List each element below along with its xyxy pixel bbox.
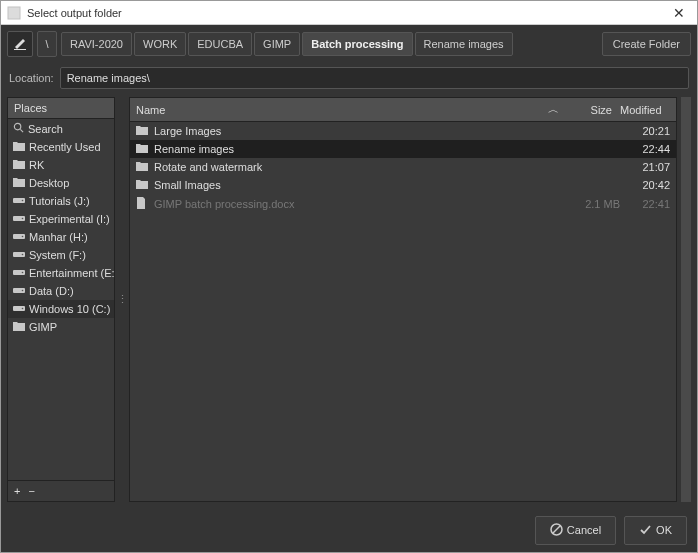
toolbar: \ RAVI-2020WORKEDUCBAGIMPBatch processin… — [1, 25, 697, 63]
window-title: Select output folder — [27, 7, 667, 19]
folder-icon — [13, 141, 25, 153]
breadcrumb-segment[interactable]: RAVI-2020 — [61, 32, 132, 56]
sort-indicator-icon[interactable]: ︿ — [544, 102, 562, 117]
drive-icon — [13, 213, 25, 225]
svg-line-19 — [553, 526, 560, 533]
breadcrumb: RAVI-2020WORKEDUCBAGIMPBatch processingR… — [61, 32, 513, 56]
file-row[interactable]: Large Images20:21 — [130, 122, 676, 140]
places-list: SearchRecently UsedRKDesktopTutorials (J… — [8, 119, 114, 480]
places-item-label: Windows 10 (C:) — [29, 303, 110, 315]
file-modified: 20:42 — [620, 179, 670, 191]
places-item-label: Entertainment (E:) — [29, 267, 114, 279]
files-list: Large Images20:21Rename images22:44Rotat… — [130, 122, 676, 501]
places-item[interactable]: Tutorials (J:) — [8, 192, 114, 210]
folder-icon — [13, 321, 25, 333]
search-icon — [13, 122, 24, 135]
drive-icon — [13, 249, 25, 261]
breadcrumb-segment[interactable]: GIMP — [254, 32, 300, 56]
location-label: Location: — [9, 72, 54, 84]
document-icon — [136, 197, 146, 211]
file-modified: 22:41 — [620, 198, 670, 210]
places-item-label: Desktop — [29, 177, 69, 189]
places-item-label: RK — [29, 159, 44, 171]
breadcrumb-segment[interactable]: EDUCBA — [188, 32, 252, 56]
folder-icon — [136, 179, 148, 191]
places-footer: + − — [8, 480, 114, 501]
places-item[interactable]: Search — [8, 119, 114, 138]
file-row[interactable]: Rotate and watermark21:07 — [130, 158, 676, 176]
pane-drag-handle[interactable]: ⋮ — [119, 97, 125, 502]
split-pane: Places SearchRecently UsedRKDesktopTutor… — [1, 97, 697, 508]
places-item[interactable]: Manhar (H:) — [8, 228, 114, 246]
places-add-button[interactable]: + — [14, 485, 20, 497]
places-item[interactable]: Entertainment (E:) — [8, 264, 114, 282]
file-name: GIMP batch processing.docx — [154, 198, 570, 210]
drive-icon — [13, 195, 25, 207]
places-panel: Places SearchRecently UsedRKDesktopTutor… — [7, 97, 115, 502]
files-scrollbar[interactable] — [681, 97, 691, 502]
col-size-header[interactable]: Size — [562, 104, 612, 116]
places-item[interactable]: Experimental (I:) — [8, 210, 114, 228]
app-icon — [7, 6, 21, 20]
titlebar: Select output folder ✕ — [1, 1, 697, 25]
drive-icon — [13, 303, 25, 315]
svg-point-11 — [22, 254, 24, 256]
places-item-label: System (F:) — [29, 249, 86, 261]
places-item[interactable]: Recently Used — [8, 138, 114, 156]
file-name: Small Images — [154, 179, 570, 191]
places-item[interactable]: Data (D:) — [8, 282, 114, 300]
svg-point-9 — [22, 236, 24, 238]
location-input[interactable] — [60, 67, 689, 89]
places-item-label: Manhar (H:) — [29, 231, 88, 243]
file-modified: 20:21 — [620, 125, 670, 137]
places-item-label: Data (D:) — [29, 285, 74, 297]
places-remove-button[interactable]: − — [28, 485, 34, 497]
places-item[interactable]: Windows 10 (C:) — [8, 300, 114, 318]
cancel-icon — [550, 523, 563, 538]
files-header: Name ︿ Size Modified — [130, 98, 676, 122]
ok-button[interactable]: OK — [624, 516, 687, 545]
places-item-label: Experimental (I:) — [29, 213, 110, 225]
drive-icon — [13, 267, 25, 279]
svg-point-17 — [22, 308, 24, 310]
places-item[interactable]: RK — [8, 156, 114, 174]
folder-icon — [13, 177, 25, 189]
svg-rect-0 — [8, 7, 20, 19]
svg-rect-1 — [14, 49, 26, 50]
folder-icon — [136, 143, 148, 155]
places-item[interactable]: Desktop — [8, 174, 114, 192]
breadcrumb-segment[interactable]: Rename images — [415, 32, 513, 56]
file-name: Rename images — [154, 143, 570, 155]
file-row: GIMP batch processing.docx2.1 MB22:41 — [130, 194, 676, 214]
file-name: Large Images — [154, 125, 570, 137]
col-modified-header[interactable]: Modified — [612, 104, 670, 116]
drive-icon — [13, 231, 25, 243]
write-path-toggle[interactable] — [7, 31, 33, 57]
dialog-content: \ RAVI-2020WORKEDUCBAGIMPBatch processin… — [1, 25, 697, 552]
close-icon[interactable]: ✕ — [667, 5, 691, 21]
file-modified: 21:07 — [620, 161, 670, 173]
file-row[interactable]: Small Images20:42 — [130, 176, 676, 194]
breadcrumb-root[interactable]: \ — [37, 31, 57, 57]
svg-point-13 — [22, 272, 24, 274]
places-item[interactable]: GIMP — [8, 318, 114, 336]
cancel-button[interactable]: Cancel — [535, 516, 616, 545]
svg-point-5 — [22, 200, 24, 202]
file-size: 2.1 MB — [570, 198, 620, 210]
ok-label: OK — [656, 524, 672, 536]
places-item[interactable]: System (F:) — [8, 246, 114, 264]
file-row[interactable]: Rename images22:44 — [130, 140, 676, 158]
folder-icon — [136, 125, 148, 137]
places-item-label: GIMP — [29, 321, 57, 333]
drive-icon — [13, 285, 25, 297]
folder-icon — [13, 159, 25, 171]
col-name-header[interactable]: Name — [136, 104, 544, 116]
create-folder-button[interactable]: Create Folder — [602, 32, 691, 56]
breadcrumb-segment[interactable]: Batch processing — [302, 32, 412, 56]
breadcrumb-segment[interactable]: WORK — [134, 32, 186, 56]
svg-point-15 — [22, 290, 24, 292]
location-row: Location: — [1, 63, 697, 97]
places-item-label: Tutorials (J:) — [29, 195, 90, 207]
svg-point-7 — [22, 218, 24, 220]
file-modified: 22:44 — [620, 143, 670, 155]
